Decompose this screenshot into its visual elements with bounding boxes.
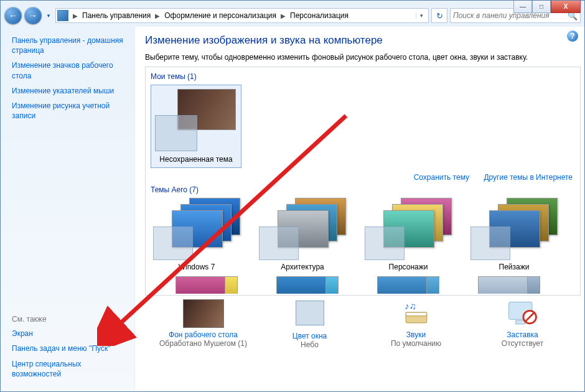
theme-label: Windows 7 [151,263,243,271]
option-sublabel: Обработано Мушегом (1) [151,339,256,348]
theme-item-windows7[interactable]: Windows 7 [151,198,243,271]
screensaver-icon [502,299,543,328]
my-themes-label: Мои темы (1) [151,72,575,81]
sidebar-link-account-picture[interactable]: Изменение рисунка учетной записи [12,101,128,121]
theme-item-unsaved[interactable]: Несохраненная тема [151,85,241,168]
svg-text:♪♫: ♪♫ [405,301,416,311]
option-label: Заставка [470,330,576,339]
desktop-bg-icon [183,299,224,328]
breadcrumb-item[interactable]: Оформление и персонализация [162,11,279,20]
option-label: Звуки [363,330,469,339]
arrow-left-icon: ← [9,11,17,21]
theme-label: Пейзажи [468,263,560,271]
see-also-taskbar[interactable]: Панель задач и меню ''Пуск'' [12,343,128,353]
option-sublabel: Отсутствует [470,339,576,348]
nav-history-dropdown[interactable]: ▼ [44,7,53,24]
theme-thumbnail [155,89,236,151]
themes-panel[interactable]: Мои темы (1) Несохраненная тема Сохранит… [145,67,581,296]
window-color-icon [296,301,324,325]
sidebar-link-mouse-pointers[interactable]: Изменение указателей мыши [12,86,128,96]
aero-themes-row-partial [151,276,575,294]
sidebar: Панель управления - домашняя страница Из… [1,27,134,390]
forward-button[interactable]: → [24,7,42,24]
theme-item-landscapes[interactable]: Пейзажи [468,198,560,271]
theme-item-characters[interactable]: Персонажи [362,198,454,271]
theme-label: Персонажи [362,263,454,271]
arrow-right-icon: → [29,11,37,21]
chevron-right-icon: ▶ [279,12,288,19]
back-button[interactable]: ← [4,7,22,24]
theme-label: Несохраненная тема [155,155,237,164]
more-themes-link[interactable]: Другие темы в Интернете [484,173,573,182]
desktop-background-option[interactable]: Фон рабочего стола Обработано Мушегом (1… [151,299,256,349]
option-sublabel: Небо [257,340,363,349]
window-frame: — □ X ← → ▼ ▶ Панель управления ▶ Оформл… [0,0,585,392]
aero-themes-label: Темы Aero (7) [151,185,575,194]
chevron-right-icon: ▶ [153,12,162,19]
minimize-button[interactable]: — [513,1,532,13]
see-also-header: См. также [12,315,128,324]
refresh-button[interactable]: ↻ [431,8,447,23]
option-label: Фон рабочего стола [151,330,256,339]
sounds-icon: ♪♫ [396,299,437,328]
window-controls: — □ X [513,1,581,13]
chevron-right-icon: ▶ [71,12,80,19]
aero-themes-grid: Windows 7 Архитектура [151,198,575,271]
svg-rect-2 [406,312,427,316]
screensaver-option[interactable]: Заставка Отсутствует [470,299,576,349]
help-button[interactable]: ? [567,30,578,42]
theme-label: Архитектура [256,263,349,271]
page-title: Изменение изображения и звука на компьют… [145,34,581,47]
refresh-icon: ↻ [436,11,443,21]
see-also-ease-of-access[interactable]: Центр специальных возможностей [12,359,128,379]
sounds-option[interactable]: ♪♫ Звуки По умолчанию [363,299,469,349]
close-button[interactable]: X [551,1,581,13]
address-bar[interactable]: ▶ Панель управления ▶ Оформление и персо… [55,8,429,23]
toolbar: ← → ▼ ▶ Панель управления ▶ Оформление и… [1,4,584,27]
personalization-options-row: Фон рабочего стола Обработано Мушегом (1… [145,296,581,349]
sidebar-link-desktop-icons[interactable]: Изменение значков рабочего стола [12,60,128,80]
option-label: Цвет окна [257,332,363,340]
control-panel-icon [57,10,68,21]
save-theme-link[interactable]: Сохранить тему [414,173,469,182]
window-color-option[interactable]: Цвет окна Небо [257,299,363,349]
breadcrumb-item[interactable]: Панель управления [80,11,153,20]
maximize-button[interactable]: □ [532,1,551,13]
option-sublabel: По умолчанию [363,339,469,348]
sidebar-link-home[interactable]: Панель управления - домашняя страница [12,35,128,55]
main-content: ? Изменение изображения и звука на компь… [134,27,584,390]
breadcrumb-item[interactable]: Персонализация [288,11,351,20]
page-subtitle: Выберите тему, чтобы одновременно измени… [145,53,581,62]
address-dropdown[interactable]: ▾ [416,12,427,19]
theme-item-architecture[interactable]: Архитектура [256,198,349,271]
help-icon: ? [570,32,574,40]
see-also-display[interactable]: Экран [12,329,128,338]
